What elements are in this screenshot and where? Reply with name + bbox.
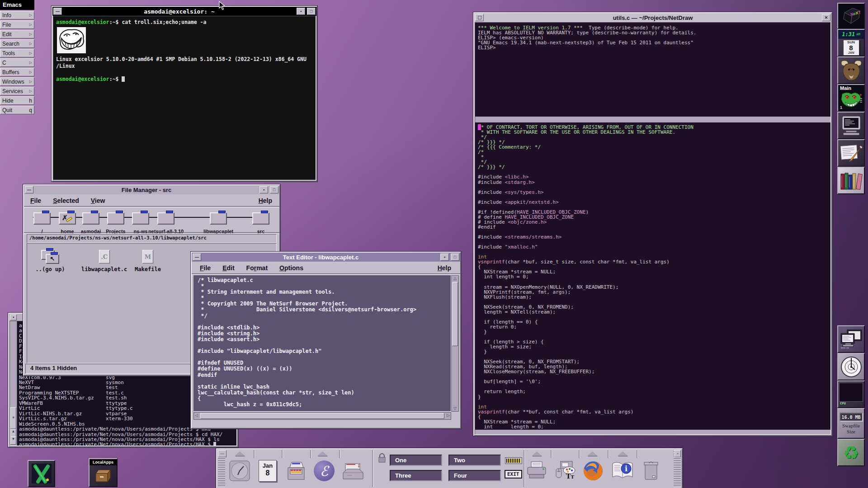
emacs-menu-item-buffers[interactable]: Buffers▷ [0, 68, 34, 76]
minimize-icon[interactable]: ▪ [259, 186, 268, 193]
calendar-button[interactable]: Jan 8 [256, 459, 279, 483]
file-manager-help-menu[interactable]: Help [259, 196, 272, 205]
panel-minimize-button[interactable]: — [218, 450, 226, 457]
dial-tile[interactable] [837, 353, 865, 380]
text-editor-titlebar[interactable]: — Text Editor - libwapcaplet.c ▪ □ [192, 253, 460, 262]
clock-calendar-tile[interactable]: 1:31 AM SUN 8 JAN [837, 29, 865, 56]
terminal1-screen[interactable]: asmodai@excelsior:~$ cat troll.six;echo;… [53, 16, 316, 180]
panel-corner-button[interactable]: ▫ [675, 450, 681, 457]
subpanel-arrow-icon[interactable] [317, 451, 327, 456]
workspace-one[interactable]: One [390, 455, 442, 466]
subpanel-arrow-icon[interactable] [235, 451, 245, 456]
emacs-menu-item-c[interactable]: C▷ [0, 58, 34, 67]
emacs-menu-item-tools[interactable]: Tools▷ [0, 49, 34, 57]
emacs-menu-item-windows[interactable]: Windows▷ [0, 77, 34, 86]
scroll-down-icon[interactable]: ▽ [452, 406, 458, 411]
emacs-menu-item-quit[interactable]: Quitq [0, 106, 34, 114]
file-item-goup[interactable]: ↖..(go up) [34, 250, 66, 272]
printer-button[interactable] [525, 459, 548, 483]
exit-button[interactable]: EXIT [505, 470, 522, 479]
terminal1-titlebar[interactable]: — asmodai@excelsior: ~ ▪ □ [52, 7, 316, 16]
gnu-tile[interactable] [837, 56, 865, 84]
monitors-tile[interactable] [837, 325, 865, 353]
window-menu-button[interactable]: ▪ [10, 314, 17, 320]
cpu-monitor-tile[interactable]: CPU [837, 380, 865, 408]
maximize-icon[interactable]: □ [270, 186, 278, 193]
scroll-up-icon[interactable]: △ [452, 276, 458, 281]
workspace-three[interactable]: Three [390, 470, 442, 481]
style-manager-button[interactable]: TT [553, 459, 577, 483]
breadcrumb-folder-src[interactable]: src [243, 212, 279, 234]
emacs-titlebar[interactable]: utils.c — ~/Projects/NetDraw ✕ [474, 13, 831, 22]
window-menu-button[interactable]: — [53, 8, 62, 15]
maximize-icon[interactable]: □ [307, 8, 316, 15]
maximize-icon[interactable]: □ [451, 253, 459, 261]
emacs-menu-item-edit[interactable]: Edit▷ [0, 30, 34, 38]
path-field[interactable]: /home/asmodai/Projects/ns-ws/netsurf-all… [27, 234, 277, 243]
trash-button[interactable] [639, 459, 663, 483]
fm-menu-view[interactable]: View [91, 197, 105, 204]
breadcrumb-folder-netsurfall310[interactable]: netsurf-all-3.10 [148, 212, 184, 234]
lock-icon[interactable] [378, 453, 386, 464]
minimize-icon[interactable]: ▪ [440, 253, 449, 261]
clock-button[interactable] [228, 459, 251, 483]
emacs-window[interactable]: utils.c — ~/Projects/NetDraw ✕ *** Welco… [473, 12, 832, 436]
emacs-button[interactable]: ℰ [312, 459, 336, 483]
scroll-up-icon[interactable]: ▲ [10, 429, 16, 437]
books-tile[interactable] [837, 167, 865, 194]
scrollbar-thumb[interactable] [452, 282, 458, 346]
file-item-libwapcapletc[interactable]: .Clibwapcaplet.c [81, 250, 127, 272]
scrollbar-thumb[interactable] [200, 413, 444, 419]
window-menu-button[interactable]: — [193, 253, 201, 261]
subpanel-arrow-icon[interactable] [532, 451, 542, 456]
editor-menu-edit[interactable]: Edit [222, 264, 234, 272]
mail-button[interactable] [341, 459, 365, 483]
file-item-Makefile[interactable]: MMakefile [132, 250, 164, 272]
emacs-menu-item-services[interactable]: Services▷ [0, 87, 34, 95]
emacs-menu-item-info[interactable]: Info▷ [0, 11, 34, 19]
terminal-app-tile[interactable] [837, 112, 865, 139]
scrollbar-thumb[interactable] [10, 407, 16, 429]
editor-menu-file[interactable]: File [200, 264, 211, 272]
localapps-tile[interactable]: LocalApps [89, 458, 118, 487]
editor-menu-options[interactable]: Options [279, 264, 303, 272]
terminal2-scrollbar[interactable]: ▲ ▼ [10, 321, 17, 446]
x11-app-tile[interactable] [28, 460, 55, 487]
editor-menu-help[interactable]: Help [438, 264, 451, 272]
help-button[interactable]: i [611, 459, 634, 483]
close-icon[interactable]: ✕ [822, 14, 830, 21]
text-editor-window[interactable]: — Text Editor - libwapcaplet.c ▪ □ FileE… [191, 252, 461, 429]
main-workspace-tile[interactable]: Main 1 [837, 84, 865, 112]
file-manager-titlebar[interactable]: — File Manager - src ▪ □ [24, 185, 279, 194]
recycler-tile[interactable]: ♻ [837, 439, 865, 466]
scroll-left-icon[interactable]: ◁ [195, 413, 198, 418]
emacs-menu-item-search[interactable]: Search▷ [0, 39, 34, 48]
editor-app-tile[interactable] [837, 139, 865, 167]
next-cube-tile[interactable]: NeXT [837, 3, 865, 29]
scroll-down-icon[interactable]: ▼ [10, 436, 16, 445]
window-menu-button[interactable]: — [25, 186, 33, 193]
fm-menu-help[interactable]: Help [259, 197, 272, 204]
editor-menu-format[interactable]: Format [246, 264, 268, 272]
subpanel-arrow-icon[interactable] [587, 451, 597, 456]
file-drawer-button[interactable] [284, 459, 308, 483]
workspace-two[interactable]: Two [448, 455, 501, 466]
editor-hscrollbar[interactable]: ◁ ▷ [193, 412, 451, 420]
memory-tile[interactable]: 16.0 MB SwapfileSize [837, 408, 865, 439]
editor-vscrollbar[interactable]: △ ▽ [451, 275, 459, 412]
minimize-icon[interactable]: ▪ [297, 8, 305, 15]
subpanel-arrow-icon[interactable] [618, 451, 627, 456]
window-menu-button[interactable] [475, 14, 484, 21]
breadcrumb-folder-libwapcaplet[interactable]: libwapcaplet [200, 212, 236, 234]
emacs-menu-item-hide[interactable]: Hideh [0, 96, 34, 105]
fm-menu-file[interactable]: File [30, 197, 41, 204]
workspace-four[interactable]: Four [448, 470, 501, 481]
editor-text-area[interactable]: /* libwapcaplet.c * * String internment … [193, 275, 451, 412]
firefox-button[interactable] [581, 459, 605, 483]
terminal-window-excelsior[interactable]: — asmodai@excelsior: ~ ▪ □ asmodai@excel… [52, 6, 317, 182]
text-editor-help-menu[interactable]: Help [438, 263, 451, 272]
scroll-right-icon[interactable]: ▷ [447, 413, 450, 418]
emacs-menu-item-file[interactable]: File▷ [0, 20, 34, 29]
fm-menu-selected[interactable]: Selected [53, 197, 79, 204]
emacs-buffer[interactable]: *** Welcome to IELM version 1.7 *** Type… [475, 22, 831, 435]
